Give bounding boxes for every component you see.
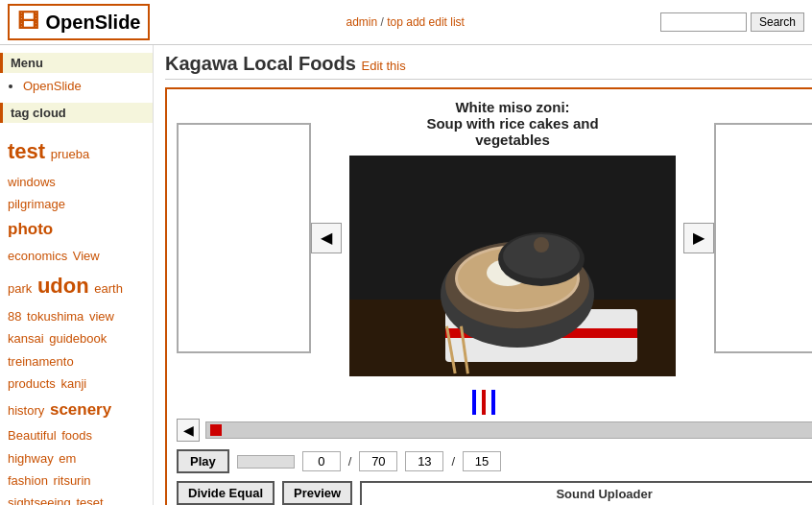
tag-view1[interactable]: View [73, 249, 100, 263]
play-button[interactable]: Play [177, 449, 229, 473]
nav-top[interactable]: top [387, 15, 403, 29]
tag-history[interactable]: history [8, 403, 44, 418]
slide-area: ◀ White miso zoni:Soup with rice cakes a… [177, 99, 812, 376]
search-button[interactable]: Search [751, 12, 804, 32]
timeline-area: ◀ ▶ [177, 419, 812, 442]
tag-ritsurin[interactable]: ritsurin [54, 473, 91, 488]
menu-list: OpenSlide [0, 79, 153, 93]
tag-prueba[interactable]: prueba [51, 147, 89, 161]
slide-image [349, 156, 676, 376]
nav-edit[interactable]: edit [429, 15, 447, 29]
tag-sightseeing[interactable]: sightseeing [8, 495, 71, 505]
slide-prev-button[interactable]: ◀ [311, 223, 342, 253]
tag-kanji[interactable]: kanji [61, 376, 87, 391]
tag-products[interactable]: products [8, 376, 56, 391]
time-current-input[interactable]: 13 [405, 451, 443, 471]
search-input[interactable] [660, 12, 747, 32]
tag-fashion[interactable]: fashion [8, 473, 48, 488]
page-title: Kagawa Local Foods Edit this [165, 53, 812, 80]
food-bowl-svg [349, 156, 676, 376]
center-slide: White miso zoni:Soup with rice cakes and… [349, 99, 676, 376]
bottom-row: Divide Equal Preview Sound Uploader brow… [177, 481, 812, 505]
left-slide-panel [177, 123, 311, 353]
right-slide-panel [714, 123, 812, 353]
controls-row: Play 0 / 70 13 / 15 [177, 449, 812, 473]
sidebar: Menu OpenSlide tag cloud test prueba win… [0, 45, 154, 505]
page-title-text: Kagawa Local Foods [165, 53, 356, 74]
tag-earth[interactable]: earth [94, 281, 123, 296]
svg-point-12 [534, 237, 549, 252]
header: 🎞 OpenSlide admin / top add edit list Se… [0, 0, 812, 45]
frame-sep-1: / [348, 454, 352, 469]
tag-cloud: test prueba windows pilgrimage photo eco… [0, 129, 153, 505]
sound-uploader: Sound Uploader browse [360, 481, 812, 505]
tag-scenery[interactable]: scenery [50, 400, 111, 419]
slide-caption: White miso zoni:Soup with rice cakes and… [349, 99, 676, 148]
tag-highway[interactable]: highway [8, 451, 54, 466]
nav-links: admin / top add edit list [346, 15, 464, 29]
timeline-prev-button[interactable]: ◀ [177, 419, 200, 442]
tag-park[interactable]: park [8, 281, 32, 296]
tag-windows[interactable]: windows [8, 175, 56, 189]
logo-text: OpenSlide [46, 12, 141, 33]
time-total-input[interactable]: 15 [463, 451, 501, 471]
nav-add[interactable]: add [406, 15, 425, 29]
volume-slider[interactable] [237, 455, 295, 469]
frame-sep-2: / [451, 454, 455, 469]
search-area: Search [660, 12, 804, 32]
tag-foods[interactable]: foods [61, 428, 92, 443]
tag-test[interactable]: test [8, 139, 45, 163]
tag-udon[interactable]: udon [37, 274, 89, 298]
logo-icon: 🎞 [17, 10, 38, 34]
timeline-position-indicator [210, 424, 222, 436]
nav-list[interactable]: list [450, 15, 465, 29]
sound-uploader-title: Sound Uploader [370, 487, 812, 501]
preview-button[interactable]: Preview [282, 481, 352, 505]
slide-next-button[interactable]: ▶ [683, 223, 714, 253]
tag-em[interactable]: em [59, 451, 76, 466]
tag-cloud-label: tag cloud [0, 103, 153, 123]
nav-admin[interactable]: admin [346, 15, 377, 29]
menu-link-openslide[interactable]: OpenSlide [23, 79, 82, 93]
main-layout: Menu OpenSlide tag cloud test prueba win… [0, 45, 812, 505]
tag-treinamento[interactable]: treinamento [8, 354, 74, 369]
tag-tokushima[interactable]: tokushima [27, 309, 84, 324]
edit-link[interactable]: Edit this [362, 59, 406, 73]
menu-label: Menu [0, 53, 153, 73]
timeline-marker-2 [482, 390, 486, 415]
content: Kagawa Local Foods Edit this ◀ White mis… [154, 45, 812, 505]
frame-total-input[interactable]: 70 [359, 451, 397, 471]
logo: 🎞 OpenSlide [8, 4, 150, 40]
tag-kansai[interactable]: kansai [8, 331, 44, 346]
tag-economics[interactable]: economics [8, 249, 67, 263]
tag-teset[interactable]: teset [76, 495, 103, 505]
tag-88[interactable]: 88 [8, 309, 21, 324]
timeline-track[interactable] [205, 421, 812, 439]
tag-view2[interactable]: view [89, 309, 114, 324]
tag-photo[interactable]: photo [8, 220, 53, 238]
timeline-marker-3 [491, 390, 495, 415]
tag-beautiful[interactable]: Beautiful [8, 428, 57, 443]
tag-pilgrimage[interactable]: pilgrimage [8, 197, 65, 211]
menu-item-openslide: OpenSlide [23, 79, 153, 93]
timeline-marker-1 [472, 390, 476, 415]
slideshow-container: ◀ White miso zoni:Soup with rice cakes a… [165, 87, 812, 505]
divide-equal-button[interactable]: Divide Equal [177, 481, 275, 505]
tag-guidebook[interactable]: guidebook [49, 331, 107, 346]
frame-current-input[interactable]: 0 [302, 451, 341, 471]
logo-area: 🎞 OpenSlide [8, 4, 150, 40]
